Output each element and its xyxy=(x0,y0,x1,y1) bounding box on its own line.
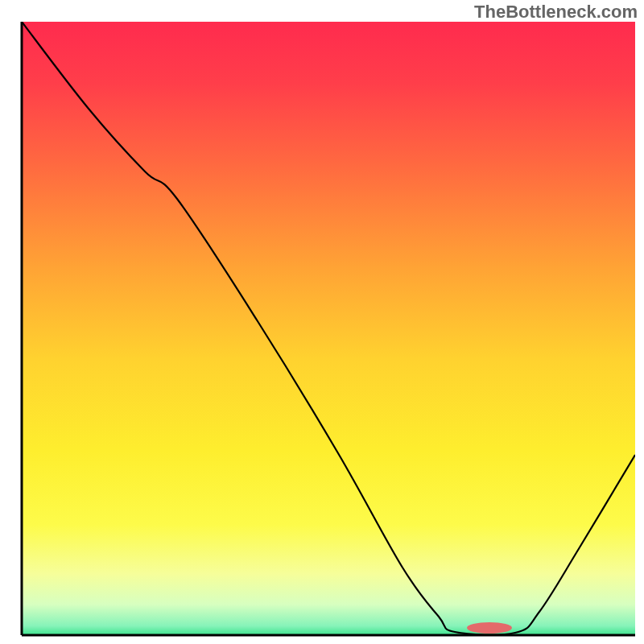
chart-container: TheBottleneck.com xyxy=(0,0,644,644)
bottleneck-chart xyxy=(0,0,644,644)
optimal-marker xyxy=(467,622,512,634)
gradient-background xyxy=(22,22,635,635)
watermark-label: TheBottleneck.com xyxy=(474,2,638,23)
